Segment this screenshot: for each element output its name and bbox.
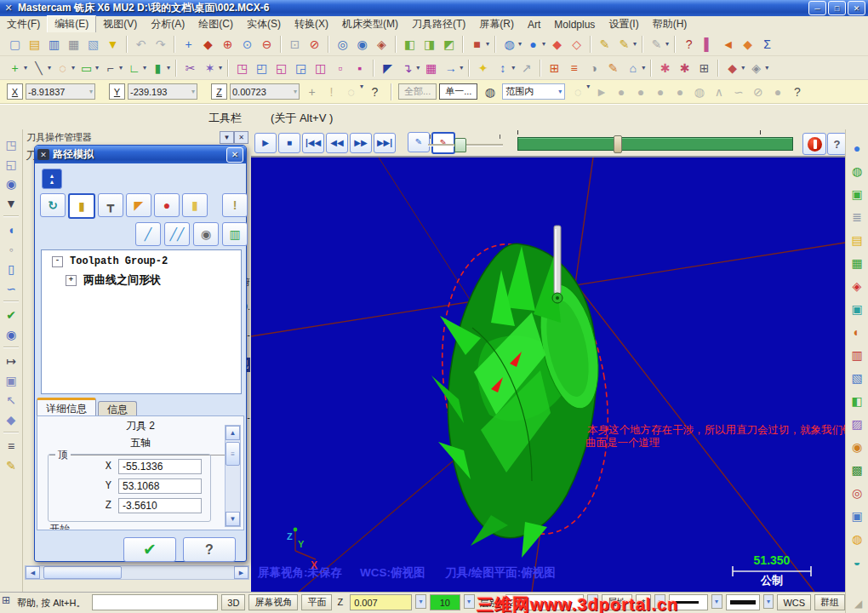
dropdown-arrow-icon[interactable]: ▾ xyxy=(486,40,489,48)
joint-icon[interactable]: ◦ xyxy=(3,240,20,258)
gview-cube-icon[interactable]: ■ xyxy=(468,35,486,53)
tree-child-row[interactable]: + 两曲线之间形状 xyxy=(66,272,241,288)
menu-settings[interactable]: 设置(I) xyxy=(602,16,645,32)
xform-offset-icon[interactable]: ◫ xyxy=(311,59,329,77)
pen-icon[interactable]: ✎ xyxy=(3,456,20,474)
chevron-down-icon[interactable]: ▾ xyxy=(415,594,426,609)
spiral-2-icon[interactable]: ◉ xyxy=(3,325,20,343)
horizontal-scrollbar[interactable]: ◀ ▶ xyxy=(25,565,249,580)
autocursor-icon[interactable]: + xyxy=(303,83,321,100)
dropdown-arrow-icon[interactable]: ▾ xyxy=(24,64,27,72)
coordinate-value-field[interactable]: -3.5610 xyxy=(118,498,202,513)
menu-help[interactable]: 帮助(H) xyxy=(646,16,694,32)
amber-ball-icon[interactable]: ◍ xyxy=(848,530,866,547)
dropdown-arrow-icon[interactable]: ▾ xyxy=(665,40,669,48)
solids-hatch-icon[interactable]: ◈ xyxy=(747,59,765,77)
close-button[interactable]: ✕ xyxy=(848,1,865,15)
trace-mode-icon[interactable]: ✎ xyxy=(408,132,430,152)
create-cylinder-icon[interactable]: ▮ xyxy=(149,59,167,77)
play-button[interactable]: ▶ xyxy=(254,133,277,153)
progress-marker[interactable] xyxy=(614,135,622,153)
ring-red-icon[interactable]: ◎ xyxy=(848,484,866,501)
chain-icon[interactable]: ◱ xyxy=(3,155,20,173)
gem-red-icon[interactable]: ◈ xyxy=(848,277,866,295)
scene-canvas[interactable]: 本身这个地方存在干涉，所以用直刀会过切，就象我们铣3轴 曲面是一个道理 Z Y … xyxy=(251,158,845,592)
menu-toolpaths[interactable]: 刀具路径(T) xyxy=(405,16,472,32)
cursor-burst-icon[interactable]: ◌ xyxy=(342,83,360,100)
dropdown-arrow-icon[interactable]: ▾ xyxy=(360,83,363,100)
green-weave-icon[interactable]: ▩ xyxy=(848,461,866,478)
panel-collapse-button[interactable]: ▼ xyxy=(220,131,234,144)
sigma-icon[interactable]: Σ xyxy=(758,35,776,53)
menu-machine-type[interactable]: 机床类型(M) xyxy=(335,16,405,32)
dropdown-arrow-icon[interactable]: ▾ xyxy=(48,64,51,72)
print-icon[interactable]: ▦ xyxy=(65,35,83,53)
tool-profile-icon[interactable]: ▮ xyxy=(182,193,208,217)
cube-green-icon[interactable]: ▣ xyxy=(848,185,866,203)
chevron-down-icon[interactable]: ▾ xyxy=(191,88,195,95)
section-view-icon[interactable]: ◑ xyxy=(585,59,602,77)
menu-view[interactable]: 视图(V) xyxy=(96,16,144,32)
y-axis-button[interactable]: Y xyxy=(109,83,125,100)
range-select[interactable]: 范围内▾ xyxy=(502,83,565,100)
create-fillet-icon[interactable]: ⌐ xyxy=(101,59,119,77)
swap-entity-icon[interactable]: ↕ xyxy=(494,59,511,77)
cube-grid-icon[interactable]: ⊞ xyxy=(695,59,713,77)
measure-icon[interactable]: ↗ xyxy=(517,59,535,77)
chevron-down-icon[interactable]: ▾ xyxy=(711,594,722,609)
slider-handle[interactable] xyxy=(454,138,466,152)
dropdown-arrow-icon[interactable]: ▾ xyxy=(511,64,515,72)
fast-forward-button[interactable]: ▶▶| xyxy=(374,133,396,153)
z-coordinate-input[interactable]: 0.00723▾ xyxy=(230,83,300,100)
y-coordinate-input[interactable]: -239.193▾ xyxy=(128,83,197,100)
teal-box-icon[interactable]: ▣ xyxy=(848,300,866,318)
dialog-help-button[interactable]: ? xyxy=(183,537,236,562)
dropdown-arrow-icon[interactable]: ▾ xyxy=(765,64,768,72)
dynamic-spin-icon[interactable]: ◎ xyxy=(334,35,351,53)
group-button[interactable]: 群组 xyxy=(814,594,845,610)
line-width-field[interactable] xyxy=(726,594,760,610)
scrollbar-thumb[interactable]: ≡ xyxy=(226,442,240,466)
xform-array-icon[interactable]: ▪ xyxy=(351,59,368,77)
redo-icon[interactable]: ↷ xyxy=(151,35,169,53)
coord-help-icon[interactable]: ? xyxy=(366,83,384,100)
dropdown-arrow-icon[interactable]: ▾ xyxy=(416,64,420,72)
list-pen-icon[interactable]: ≡ xyxy=(3,437,20,455)
shaded-cylinder-1-icon[interactable]: ◧ xyxy=(401,35,419,53)
pan-icon[interactable]: + xyxy=(180,35,197,53)
impeller-model[interactable] xyxy=(431,243,608,558)
menu-file[interactable]: 文件(F) xyxy=(0,16,47,32)
panel-blue-icon[interactable]: ▧ xyxy=(848,369,866,387)
screen-view-button[interactable]: 屏幕视角 xyxy=(248,594,298,610)
menu-create[interactable]: 绘图(C) xyxy=(191,16,240,32)
step-forward-button[interactable]: ▶▶ xyxy=(350,133,372,153)
collapse-up-button[interactable]: ▲ ▲ xyxy=(42,169,62,189)
panel-close-button[interactable]: ✕ xyxy=(234,131,248,144)
half-orange-icon[interactable]: ◐ xyxy=(848,323,866,341)
purple-hatch-icon[interactable]: ▨ xyxy=(848,415,866,433)
scroll-right-icon[interactable]: ▶ xyxy=(234,566,248,579)
stop-button[interactable]: ■ xyxy=(278,133,300,153)
z-axis-button[interactable]: Z xyxy=(211,83,227,100)
machine-def-icon[interactable]: ◤ xyxy=(379,59,397,77)
dropdown-arrow-icon[interactable]: ▾ xyxy=(460,64,463,72)
clipboard-paste-icon[interactable]: ◳ xyxy=(3,135,20,153)
select-single-button[interactable]: 单一... xyxy=(439,83,477,100)
dropdown-arrow-icon[interactable]: ▾ xyxy=(119,64,123,72)
chevron-down-icon[interactable]: ▾ xyxy=(89,88,93,95)
grid-green-icon[interactable]: ▦ xyxy=(848,254,866,272)
capsule-icon[interactable]: ▯ xyxy=(3,260,20,278)
dropdown-arrow-icon[interactable]: ▾ xyxy=(586,83,590,100)
grid-view-icon[interactable]: ⊞ xyxy=(545,59,563,77)
snail-select-icon[interactable]: ◍ xyxy=(481,83,499,100)
open-file-icon[interactable]: ▤ xyxy=(26,35,43,53)
create-line-icon[interactable]: ╲ xyxy=(30,59,48,77)
scroll-left-icon[interactable]: ◀ xyxy=(26,566,40,579)
chevron-down-icon[interactable]: ▾ xyxy=(464,594,475,609)
xform-icon[interactable]: ✶ xyxy=(201,59,219,77)
analyze-entity-icon[interactable]: ? xyxy=(680,35,698,53)
toolpath-trace-all-icon[interactable]: ╱╱ xyxy=(164,222,190,246)
viewport-layout-icon[interactable]: ⌂ xyxy=(624,59,642,77)
blue-box-icon[interactable]: ▣ xyxy=(848,507,866,524)
xform-scale-icon[interactable]: ◲ xyxy=(292,59,310,77)
